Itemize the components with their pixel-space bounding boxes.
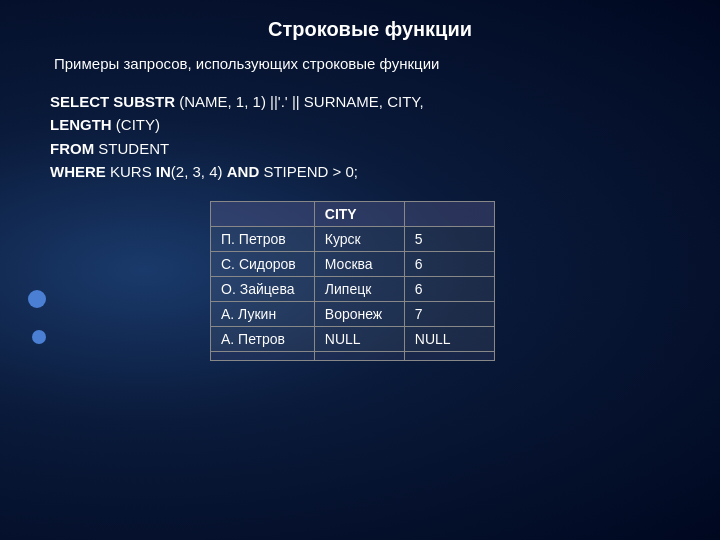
code-line-2: LENGTH (CITY) — [50, 113, 690, 136]
cell-city: NULL — [314, 327, 404, 352]
keyword-select: SELECT — [50, 93, 109, 110]
cell-value: NULL — [404, 327, 494, 352]
cell-city: Москва — [314, 252, 404, 277]
cell-name: П. Петров — [211, 227, 315, 252]
cell-name: А. Петров — [211, 327, 315, 352]
subtitle: Примеры запросов, использующих строковые… — [50, 55, 690, 72]
code-line4-rest1: KURS — [106, 163, 156, 180]
cell-city: Липецк — [314, 277, 404, 302]
table-row: О. Зайцева Липецк 6 — [211, 277, 495, 302]
decorative-circle-top — [28, 290, 46, 308]
cell-name: С. Сидоров — [211, 252, 315, 277]
code-line2-rest: (CITY) — [112, 116, 160, 133]
cell-value: 6 — [404, 252, 494, 277]
cell-city: Воронеж — [314, 302, 404, 327]
code-line-1: SELECT SUBSTR (NAME, 1, 1) ||'.' || SURN… — [50, 90, 690, 113]
code-line3-rest: STUDENT — [94, 140, 169, 157]
keyword-from: FROM — [50, 140, 94, 157]
code-line1-rest: (NAME, 1, 1) ||'.' || SURNAME, CITY, — [175, 93, 424, 110]
table-row: А. Петров NULL NULL — [211, 327, 495, 352]
cell-name: А. Лукин — [211, 302, 315, 327]
header-col3 — [404, 202, 494, 227]
keyword-and: AND — [227, 163, 260, 180]
header-col2: CITY — [314, 202, 404, 227]
code-line4-rest2: (2, 3, 4) — [171, 163, 227, 180]
cell-value: 6 — [404, 277, 494, 302]
code-line-4: WHERE KURS IN(2, 3, 4) AND STIPEND > 0; — [50, 160, 690, 183]
footer-col1 — [211, 352, 315, 361]
header-col1 — [211, 202, 315, 227]
code-line4-rest3: STIPEND > 0; — [259, 163, 358, 180]
result-table-wrapper: CITY П. Петров Курск 5 С. Сидоров Москва… — [210, 201, 690, 361]
result-table: CITY П. Петров Курск 5 С. Сидоров Москва… — [210, 201, 495, 361]
table-row: А. Лукин Воронеж 7 — [211, 302, 495, 327]
cell-value: 7 — [404, 302, 494, 327]
code-line-3: FROM STUDENT — [50, 137, 690, 160]
footer-col3 — [404, 352, 494, 361]
cell-name: О. Зайцева — [211, 277, 315, 302]
cell-city: Курск — [314, 227, 404, 252]
keyword-substr: SUBSTR — [113, 93, 175, 110]
footer-col2 — [314, 352, 404, 361]
cell-value: 5 — [404, 227, 494, 252]
keyword-where: WHERE — [50, 163, 106, 180]
code-block: SELECT SUBSTR (NAME, 1, 1) ||'.' || SURN… — [50, 90, 690, 183]
table-footer-row — [211, 352, 495, 361]
table-row: С. Сидоров Москва 6 — [211, 252, 495, 277]
decorative-circle-bottom — [32, 330, 46, 344]
keyword-in: IN — [156, 163, 171, 180]
table-row: П. Петров Курск 5 — [211, 227, 495, 252]
keyword-length: LENGTH — [50, 116, 112, 133]
page-title: Строковые функции — [50, 18, 690, 41]
table-header-row: CITY — [211, 202, 495, 227]
